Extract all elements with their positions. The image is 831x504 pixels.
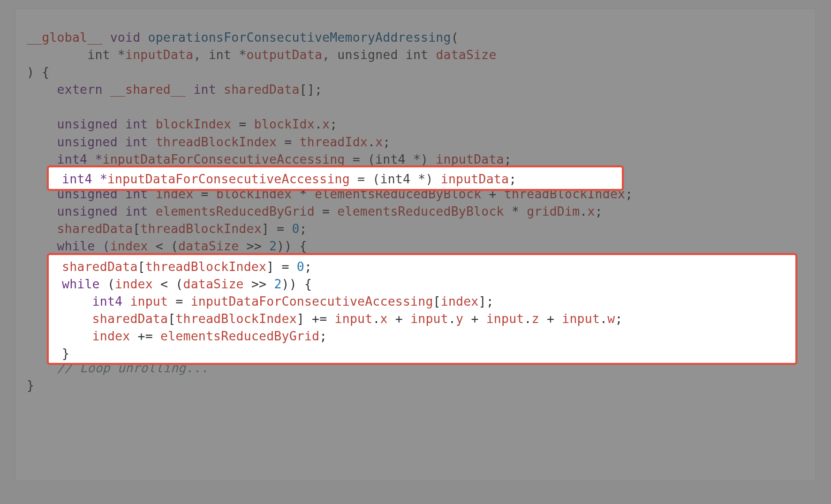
code-token: ] = [262,221,292,236]
code-token: . [524,311,532,326]
code-token: )) { [277,239,307,253]
code-token: input [562,311,600,326]
code-token: ]; [479,294,494,308]
code-token: extern [27,82,110,97]
code-token: ; [625,187,633,201]
code-token: sharedData [224,82,300,97]
code-token: ; [509,172,516,186]
code-card: __global__ void operationsForConsecutive… [15,8,816,481]
code-token: ; [300,221,307,236]
code-token: . [600,311,607,326]
code-token: elementsReducedByGrid [160,329,319,343]
code-token: input [410,311,448,326]
code-token: blockIndex [156,117,232,131]
code-token: dataSize [178,239,239,253]
code-token: index [62,329,130,343]
code-token: int4 * [27,152,103,166]
code-token: , int * [193,47,246,62]
code-token: dataSize [183,277,244,291]
code-token: []; [300,82,322,97]
code-token: operationsForConsecutiveMemoryAddressing [148,30,451,45]
code-token: dataSize [436,47,496,62]
code-token: inputDataForConsecutiveAccessing [107,172,350,186]
code-token: __global__ [27,30,103,45]
code-token: 2 [269,239,277,253]
code-token: gridDim [527,204,580,218]
code-token: unsigned int [27,204,156,218]
code-token: = [315,204,337,218]
code-token: = [168,294,190,308]
code-token: void [103,30,148,45]
code-token: ; [504,152,512,166]
code-token: w [607,311,615,326]
code-token: sharedData [62,311,168,326]
code-token: 2 [274,277,281,291]
code-token: + [539,311,562,326]
code-token: int [186,82,224,97]
code-token: index [115,277,153,291]
code-token: = [277,135,299,149]
highlight-code-1: int4 *inputDataForConsecutiveAccessing =… [49,167,622,189]
code-token: } [62,346,69,361]
code-token: ; [304,259,312,274]
code-token: = (int4 *) [350,172,441,186]
code-token: threadBlockIndex [156,135,277,149]
code-token: [ [138,259,145,274]
code-token: inputData [125,47,193,62]
code-token: , unsigned int [322,47,436,62]
code-token: z [532,311,539,326]
code-token: [ [168,311,175,326]
code-token: )) { [282,277,312,291]
code-token: ; [330,117,337,131]
code-token: threadBlockIndex [175,311,296,326]
code-token: int4 * [62,172,107,186]
code-token: x [375,135,383,149]
code-token: index [110,239,148,253]
code-token: . [315,117,322,131]
code-token: threadBlockIndex [140,221,261,236]
code-token: = (int4 *) [345,152,436,166]
code-token: index [441,294,479,308]
code-token: ; [319,329,327,343]
code-token: sharedData [27,221,133,236]
code-token: . [368,135,375,149]
code-token: unsigned int [27,135,156,149]
highlight-code-2: sharedData[threadBlockIndex] = 0; while … [49,255,795,364]
code-token: * [504,204,527,218]
code-token: x [380,311,388,326]
code-token: = [231,117,254,131]
code-token: 0 [292,221,299,236]
highlight-box-1: int4 *inputDataForConsecutiveAccessing =… [47,165,624,191]
code-token: sharedData [62,259,138,274]
code-token: >> [239,239,269,253]
code-token: < ( [148,239,178,253]
code-token: outputData [247,47,323,62]
code-token: [ [133,221,140,236]
code-token: int * [27,47,125,62]
code-token: + [388,311,410,326]
code-token: unsigned int [27,117,156,131]
code-token: int4 [62,294,130,308]
code-token: += [130,329,160,343]
code-token: threadBlockIndex [145,259,266,274]
code-token: ] += [297,311,335,326]
code-token: input [130,294,168,308]
code-token: while [62,277,100,291]
code-token: inputData [441,172,509,186]
code-token: inputDataForConsecutiveAccessing [103,152,345,166]
code-token: } [27,378,34,392]
code-token: x [322,117,330,131]
code-token: inputDataForConsecutiveAccessing [191,294,433,308]
code-token: . [580,204,587,218]
code-token: < ( [153,277,183,291]
code-token: elementsReducedByGrid [156,204,315,218]
code-token: blockIdx [254,117,315,131]
code-token: input [335,311,373,326]
code-token: ; [595,204,603,218]
code-token: input [486,311,524,326]
code-token: while ( [27,239,110,253]
code-token: 0 [297,259,304,274]
code-token: threadIdx [300,135,368,149]
code-token: ) { [27,65,49,79]
code-token: elementsReducedByBlock [337,204,504,218]
